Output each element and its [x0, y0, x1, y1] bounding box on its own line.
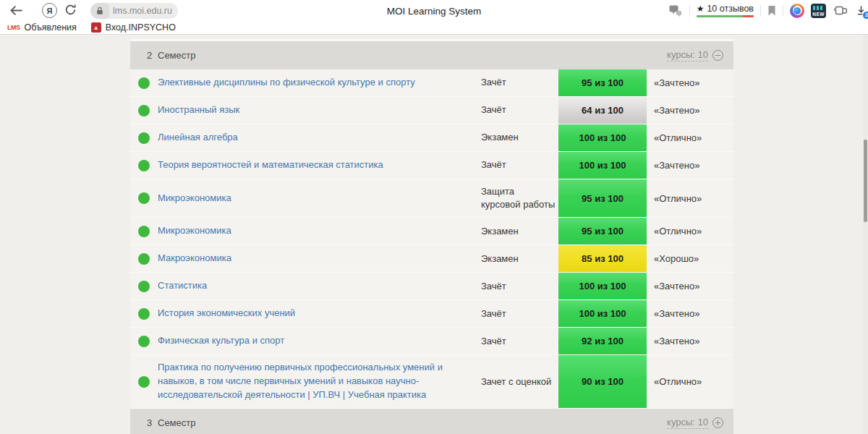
course-row: Практика по получению первичных професси…: [130, 355, 733, 409]
assessment-type-cell: Зачёт: [481, 69, 558, 96]
bookmark-icon[interactable]: [767, 5, 776, 17]
status-cell: [130, 273, 158, 299]
yandex-button[interactable]: Я: [42, 3, 57, 18]
assessment-type-cell: Экзамен: [481, 124, 558, 151]
course-link[interactable]: Микроэкономика: [158, 224, 231, 238]
course-name-cell: Статистика: [158, 273, 481, 299]
status-cell: [130, 152, 158, 179]
course-name-cell: Иностранный язык: [158, 97, 481, 124]
grade-cell: «Отлично»: [647, 179, 733, 217]
score-badge: 85 из 100: [558, 245, 647, 272]
grade-cell: «Отлично»: [647, 218, 733, 244]
course-link[interactable]: Макроэкономика: [158, 252, 231, 265]
semester-title: Семестр: [158, 50, 195, 61]
divider: [689, 5, 690, 17]
rating-label: 10 отзывов: [707, 4, 754, 14]
back-button[interactable]: [9, 5, 24, 16]
extension-video-new-icon[interactable]: NEW: [811, 4, 826, 18]
extension-browser-icon[interactable]: [790, 4, 804, 18]
course-row: Физическая культура и спорт Зачёт 92 из …: [130, 328, 733, 355]
url-text: lms.moi.edu.ru: [109, 6, 172, 16]
score-badge: 95 из 100: [558, 69, 647, 96]
course-link[interactable]: Практика по получению первичных професси…: [158, 361, 474, 402]
course-name-cell: Элективные дисциплины по физической куль…: [158, 69, 481, 96]
lms-favicon: LMS: [7, 24, 20, 31]
bookmark-item-announcements[interactable]: LMS Объявления: [7, 22, 77, 33]
grade-cell: «Отлично»: [647, 355, 733, 408]
course-row: Иностранный язык Зачёт 64 из 100 «Зачтен…: [130, 97, 733, 124]
score-badge: 95 из 100: [558, 179, 647, 217]
score-badge: 100 из 100: [558, 124, 647, 151]
course-link[interactable]: Теория вероятностей и математическая ста…: [158, 158, 383, 172]
scrollbar-track[interactable]: [863, 35, 868, 434]
grade-cell: «Зачтено»: [647, 273, 733, 299]
collapse-icon[interactable]: [712, 50, 723, 61]
extensions-puzzle-icon[interactable]: [833, 4, 848, 17]
status-cell: [130, 300, 158, 327]
divider: [783, 5, 783, 17]
assessment-type-cell: Зачёт: [481, 273, 558, 299]
expand-icon[interactable]: [712, 417, 723, 428]
course-link[interactable]: Физическая культура и спорт: [158, 334, 284, 348]
course-row: Теория вероятностей и математическая ста…: [130, 152, 733, 179]
status-cell: [130, 69, 158, 96]
course-name-cell: Линейная алгебра: [158, 124, 481, 151]
grade-cell: «Хорошо»: [647, 245, 733, 272]
course-link[interactable]: Линейная алгебра: [158, 131, 238, 145]
scrollbar-thumb[interactable]: [864, 140, 867, 222]
assessment-type-cell: Зачёт: [481, 300, 558, 327]
course-name-cell: Практика по получению первичных професси…: [158, 355, 481, 408]
grades-table: 2 Семестр курсы: 10 Элективные дисциплин…: [130, 39, 733, 434]
course-link[interactable]: История экономических учений: [158, 307, 295, 320]
status-cell: [130, 179, 158, 217]
completed-dot-icon: [138, 132, 150, 144]
course-name-cell: Теория вероятностей и математическая ста…: [158, 152, 481, 179]
semester-number: 3: [147, 417, 158, 428]
score-badge: 64 из 100: [558, 97, 647, 124]
completed-dot-icon: [138, 192, 150, 204]
grade-cell: «Отлично»: [647, 124, 733, 151]
browser-toolbar: Я lms.moi.edu.ru MOI Learning System ★ 1…: [0, 0, 868, 21]
page-content: 2 Семестр курсы: 10 Элективные дисциплин…: [0, 35, 868, 434]
completed-dot-icon: [138, 77, 150, 89]
completed-dot-icon: [138, 336, 150, 347]
status-cell: [130, 355, 158, 408]
divider: [760, 5, 761, 17]
course-row: Статистика Зачёт 100 из 100 «Зачтено»: [130, 273, 733, 300]
grade-cell: «Зачтено»: [647, 328, 733, 354]
score-badge: 100 из 100: [558, 300, 647, 327]
assessment-type-cell: Экзамен: [481, 218, 558, 244]
status-cell: [130, 245, 158, 272]
refresh-icon: [64, 4, 77, 16]
score-badge: 92 из 100: [558, 328, 647, 354]
course-name-cell: Макроэкономика: [158, 245, 481, 272]
downloads-button[interactable]: 2: [856, 5, 867, 17]
completed-dot-icon: [138, 226, 150, 237]
back-arrow-icon: [9, 5, 24, 16]
star-icon: ★: [697, 4, 705, 14]
course-name-cell: Микроэкономика: [158, 218, 481, 244]
completed-dot-icon: [138, 308, 150, 320]
course-link[interactable]: Микроэкономика: [158, 192, 231, 205]
completed-dot-icon: [138, 253, 150, 265]
courses-count-link[interactable]: курсы: 10: [667, 417, 708, 429]
address-bar[interactable]: lms.moi.edu.ru: [90, 3, 178, 19]
score-badge: 95 из 100: [558, 218, 647, 244]
course-link[interactable]: Иностранный язык: [158, 103, 239, 117]
site-reviews-icon[interactable]: [668, 4, 683, 17]
course-row: Макроэкономика Экзамен 85 из 100 «Хорошо…: [130, 245, 733, 273]
site-rating[interactable]: ★ 10 отзывов: [697, 4, 754, 17]
assessment-type-cell: Зачёт: [481, 328, 558, 354]
course-link[interactable]: Статистика: [158, 279, 207, 293]
assessment-type-cell: Экзамен: [481, 245, 558, 272]
lock-icon[interactable]: [90, 3, 109, 19]
course-row: Элективные дисциплины по физической куль…: [130, 69, 733, 97]
bookmark-item-inpsycho[interactable]: ▲ Вход.INPSYCHO: [91, 22, 176, 33]
course-link[interactable]: Элективные дисциплины по физической куль…: [158, 76, 415, 90]
status-cell: [130, 124, 158, 151]
course-row: Микроэкономика Защита курсовой работы 95…: [130, 179, 733, 218]
courses-count-link[interactable]: курсы: 10: [667, 49, 708, 61]
refresh-button[interactable]: [64, 4, 77, 17]
assessment-type-cell: Зачёт: [481, 152, 558, 179]
completed-dot-icon: [138, 281, 150, 292]
